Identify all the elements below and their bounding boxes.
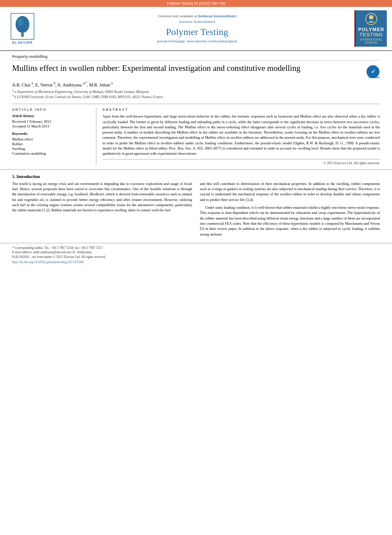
sciverse-line: Contents lists available at SciVerse Sci… xyxy=(158,14,236,18)
journal-header: ELSEVIER Contents lists available at Sci… xyxy=(0,7,392,51)
svg-point-5 xyxy=(21,33,24,37)
keyword-3: Swelling xyxy=(12,146,90,151)
keyword-4: Constitutive modelling xyxy=(12,151,90,156)
intro-section-title: 1. Introduction xyxy=(12,174,380,179)
svg-point-7 xyxy=(369,15,373,19)
accepted-date: Accepted 11 March 2013 xyxy=(12,124,90,128)
corresponding-author-note: * Corresponding author. Tel.: +60 3 7967… xyxy=(12,246,380,251)
copyright-line: © 2013 Elsevier Ltd. All rights reserved… xyxy=(102,159,380,165)
body-col-right-p1: and this will contribute to deterioratio… xyxy=(200,181,380,202)
badge-icon xyxy=(365,13,377,25)
received-date: Received 1 February 2013 xyxy=(12,119,90,124)
svg-point-4 xyxy=(18,18,23,26)
crossmark-icon: ✓ CrossMark xyxy=(366,65,380,79)
badge-sub: INTERNATIONAL JOURNAL xyxy=(357,38,385,44)
article-section: Property modelling Mullins effect in swo… xyxy=(0,51,392,165)
affiliation-b: b b LUNAM Université, Ecole Centrale de … xyxy=(12,94,380,99)
article-info-abstract: ARTICLE INFO Article history: Received 1… xyxy=(12,104,380,165)
article-title: Mullins effect in swollen rubber: Experi… xyxy=(12,63,362,74)
journal-center-header: Contents lists available at SciVerse Sci… xyxy=(44,10,350,47)
sciverse-brand: SciVerse ScienceDirect xyxy=(179,20,215,24)
abstract-text: Apart from the well-known hyperelastic a… xyxy=(102,114,380,156)
affiliation-a: a a Department of Mechanical Engineering… xyxy=(12,89,380,94)
abstract-column: ABSTRACT Apart from the well-known hyper… xyxy=(96,108,380,165)
journal-badge: POLYMER TESTING INTERNATIONAL JOURNAL xyxy=(354,10,387,47)
article-info-heading: ARTICLE INFO xyxy=(12,108,90,111)
svg-text:CrossMark: CrossMark xyxy=(368,76,380,79)
elsevier-tree-icon xyxy=(9,13,36,40)
body-col-left-p1: The world is facing an energy crisis and… xyxy=(12,181,192,213)
body-col-right: and this will contribute to deterioratio… xyxy=(200,181,380,239)
badge-line1: POLYMER xyxy=(358,27,384,32)
body-two-col: The world is facing an energy crisis and… xyxy=(12,181,380,239)
keyword-2: Rubber xyxy=(12,142,90,146)
journal-title: Polymer Testing xyxy=(166,26,228,38)
svg-text:✓: ✓ xyxy=(371,68,376,75)
body-col-left: The world is facing an energy crisis and… xyxy=(12,181,192,239)
article-info-column: ARTICLE INFO Article history: Received 1… xyxy=(12,108,96,165)
footer-section: * Corresponding author. Tel.: +60 3 7967… xyxy=(0,243,392,266)
journal-reference-bar: Polymer Testing 32 (2013) 748–759 xyxy=(0,0,392,7)
affiliations: a a Department of Mechanical Engineering… xyxy=(12,89,380,100)
issn-line: 0142-9418/$ – see front matter © 2013 El… xyxy=(12,255,380,260)
journal-reference-text: Polymer Testing 32 (2013) 748–759 xyxy=(167,1,225,6)
keywords-label: Keywords: xyxy=(12,131,90,136)
abstract-heading: ABSTRACT xyxy=(102,108,380,111)
elsevier-logo: ELSEVIER xyxy=(5,10,40,47)
email-line: E-mail address: andri.andriyana@um.edu.m… xyxy=(12,250,380,255)
badge-line2: TESTING xyxy=(360,32,383,37)
article-category: Property modelling xyxy=(12,54,380,61)
journal-homepage[interactable]: journal homepage: www.elsevier.com/locat… xyxy=(157,39,237,43)
elsevier-brand-text: ELSEVIER xyxy=(12,41,33,45)
history-label: Article history: xyxy=(12,114,90,118)
authors-line: A.B. Chai a, E. Verron b, A. Andriyana a… xyxy=(12,81,380,87)
body-col-right-p2: Under static loading condition, it is we… xyxy=(200,205,380,237)
sciverse-link[interactable]: SciVerse ScienceDirect xyxy=(198,14,236,18)
doi-link[interactable]: http://dx.doi.org/10.1016/j.polymertesti… xyxy=(12,260,380,264)
keyword-1: Mullins effect xyxy=(12,137,90,141)
body-section: 1. Introduction The world is facing an e… xyxy=(0,169,392,239)
article-title-row: Mullins effect in swollen rubber: Experi… xyxy=(12,63,380,79)
